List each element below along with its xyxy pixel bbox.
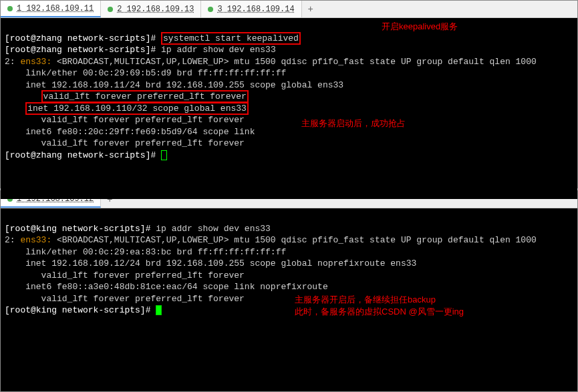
highlight-vip-box: inet 192.168.109.110/32 scope global ens…	[25, 102, 249, 115]
output-line: valid_lft forever preferred_lft forever	[5, 90, 249, 103]
terminal-pane-top: 1 192.168.109.11 2 192.168.109.13 3 192.…	[0, 0, 578, 188]
tab-2[interactable]: 2 192.168.109.13	[101, 1, 201, 17]
tab-3[interactable]: 3 192.168.109.14	[201, 1, 301, 17]
output-line: link/ether 00:0c:29:69:b5:d9 brd ff:ff:f…	[5, 68, 286, 78]
prompt: [root@king network-scripts]#	[5, 305, 156, 315]
tab-label: 3 192.168.109.14	[217, 5, 294, 14]
annotation-text: 开启keepalived服务	[382, 21, 458, 33]
output-line: 2: ens33: <BROADCAST,MULTICAST,UP,LOWER_…	[5, 57, 537, 67]
output-line: inet 192.168.109.110/32 scope global ens…	[5, 102, 249, 115]
terminal-pane-bottom: 1 192.168.109.12 + [root@king network-sc…	[0, 190, 578, 392]
prompt: [root@king network-scripts]#	[5, 224, 156, 234]
highlight-box: valid_lft forever preferred_lft forever	[41, 90, 249, 103]
cursor-icon	[156, 305, 162, 315]
add-tab-button[interactable]: +	[302, 1, 319, 17]
tab-label: 1 192.168.109.11	[17, 4, 94, 13]
highlight-command-box: systemctl start keepalived	[161, 32, 301, 45]
status-dot-icon	[7, 6, 13, 11]
output-line: inet 192.168.109.11/24 brd 192.168.109.2…	[5, 80, 343, 90]
output-line: 2: ens33: <BROADCAST,MULTICAST,UP,LOWER_…	[5, 235, 537, 245]
annotation-text: 主服务器启动后，成功抢占	[301, 118, 406, 130]
prompt: [root@zhang network-scripts]#	[5, 150, 161, 160]
tab-label: 2 192.168.109.13	[117, 5, 194, 14]
tabbar-top: 1 192.168.109.11 2 192.168.109.13 3 192.…	[1, 1, 577, 18]
annotation-text: 此时，备服务器的虚拟CSDN @风雪一更ing	[295, 306, 464, 318]
prompt: [root@zhang network-scripts]#	[5, 33, 161, 43]
output-line: inet 192.168.109.12/24 brd 192.168.109.2…	[5, 258, 416, 268]
output-line: valid_lft forever preferred_lft forever	[5, 138, 245, 148]
output-line: valid_lft forever preferred_lft forever	[5, 115, 245, 125]
output-line: valid_lft forever preferred_lft forever	[5, 294, 245, 304]
output-line: link/ether 00:0c:29:ea:83:bc brd ff:ff:f…	[5, 247, 286, 257]
output-line: valid_lft forever preferred_lft forever	[5, 270, 245, 280]
status-dot-icon	[208, 7, 213, 12]
tab-1[interactable]: 1 192.168.109.11	[1, 1, 101, 17]
annotation-text: 主服务器开启后，备继续担任backup	[295, 294, 436, 306]
cursor-icon	[161, 150, 167, 160]
command-text: ip addr show dev ens33	[161, 45, 276, 55]
terminal-output-top[interactable]: [root@zhang network-scripts]# systemctl …	[1, 18, 577, 199]
status-dot-icon	[108, 7, 113, 12]
prompt: [root@zhang network-scripts]#	[5, 45, 161, 55]
output-line: inet6 fe80::a3e0:48db:81ce:eac/64 scope …	[5, 282, 328, 292]
terminal-output-bottom[interactable]: [root@king network-scripts]# ip addr sho…	[1, 208, 577, 390]
output-line: inet6 fe80::20c:29ff:fe69:b5d9/64 scope …	[5, 127, 255, 137]
command-text: ip addr show dev ens33	[156, 224, 271, 234]
